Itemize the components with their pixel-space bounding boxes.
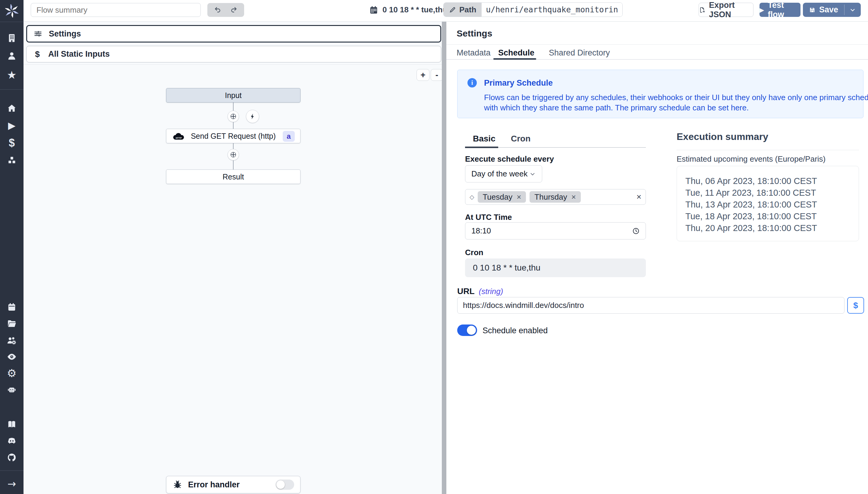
url-input[interactable]	[457, 297, 845, 314]
flow-step-node[interactable]: HTTP Send GET Request (http) a	[166, 129, 300, 143]
cron-expression-field: 0 10 18 * * tue,thu	[465, 259, 646, 277]
undo-redo-group	[208, 3, 244, 17]
all-static-inputs-box[interactable]: $ All Static Inputs	[26, 46, 441, 62]
flow-input-node[interactable]: Input	[166, 88, 300, 102]
save-floppy-icon	[809, 7, 815, 13]
zoom-in-button[interactable]: +	[416, 69, 430, 81]
url-label: URL	[457, 286, 475, 296]
test-flow-button[interactable]: ▶ Test flow	[760, 3, 801, 17]
add-step-button[interactable]	[228, 149, 239, 160]
worker-robot-icon[interactable]	[0, 383, 23, 396]
folders-icon[interactable]	[0, 317, 23, 330]
dollar-icon: $	[33, 50, 42, 59]
calendar-icon	[369, 5, 378, 15]
windmill-logo[interactable]	[0, 3, 23, 19]
flow-editor-panel: Settings $ All Static Inputs + - Input H…	[23, 22, 442, 494]
panel-splitter[interactable]	[442, 22, 446, 494]
home-icon[interactable]	[0, 102, 23, 115]
favorites-star-icon[interactable]: ★	[0, 68, 23, 81]
collapse-arrow-icon[interactable]: →	[0, 477, 23, 490]
variable-picker-button[interactable]: $	[847, 297, 864, 314]
subtab-active-underline	[465, 147, 498, 148]
error-handler-node[interactable]: Error handler	[166, 476, 300, 493]
execution-summary-subtitle: Estimated upcoming events (Europe/Paris)	[677, 154, 826, 164]
frequency-select[interactable]: Day of the week	[465, 165, 542, 183]
bug-icon	[173, 480, 182, 489]
error-handler-toggle[interactable]	[275, 479, 294, 490]
trigger-bolt-button[interactable]	[246, 110, 259, 123]
http-cloud-icon: HTTP	[172, 132, 186, 140]
play-icon: ▶	[760, 6, 764, 14]
days-multiselect[interactable]: ◇ Tuesday × Thursday × ×	[465, 189, 646, 205]
schedules-calendar-icon[interactable]	[0, 300, 23, 314]
save-button[interactable]: Save	[803, 3, 844, 17]
pencil-icon	[449, 6, 456, 13]
tab-schedule[interactable]: Schedule	[498, 48, 534, 58]
discord-icon[interactable]	[0, 434, 23, 448]
url-field-header: URL (string)	[457, 286, 503, 296]
execution-summary-title: Execution summary	[677, 131, 768, 142]
flow-result-node[interactable]: Result	[166, 170, 300, 184]
info-icon: i	[468, 78, 477, 88]
save-dropdown-button[interactable]	[845, 3, 861, 17]
save-split-button: Save	[803, 3, 861, 17]
flow-settings-label: Settings	[49, 29, 81, 39]
info-title: Primary Schedule	[484, 78, 553, 88]
subtab-basic[interactable]: Basic	[473, 134, 495, 144]
zoom-out-label: -	[435, 70, 438, 80]
result-node-label: Result	[223, 172, 244, 181]
variables-dollar-icon[interactable]: $	[0, 136, 23, 150]
clear-all-icon[interactable]: ×	[636, 192, 642, 202]
test-flow-label: Test flow	[768, 1, 801, 19]
schedule-enabled-toggle[interactable]	[457, 324, 477, 336]
chip-remove-icon[interactable]: ×	[571, 192, 576, 202]
day-chip-thursday[interactable]: Thursday ×	[530, 191, 581, 203]
github-icon[interactable]	[0, 451, 23, 464]
step-node-label: Send GET Request (http)	[191, 132, 276, 140]
user-icon[interactable]	[0, 49, 23, 62]
step-id-badge: a	[283, 131, 295, 142]
path-label-segment[interactable]: Path	[443, 3, 481, 17]
audit-eye-icon[interactable]	[0, 350, 23, 363]
settings-gear-icon[interactable]: ⚙	[0, 366, 23, 380]
toggle-knob	[467, 326, 476, 335]
docs-book-icon[interactable]	[0, 418, 23, 431]
clock-icon[interactable]	[632, 227, 639, 235]
flow-summary-input[interactable]	[31, 3, 201, 17]
windmill-logo-icon	[5, 4, 18, 18]
sliders-icon	[34, 30, 42, 38]
groups-users-icon[interactable]	[0, 334, 23, 347]
cron-label: Cron	[465, 248, 484, 257]
sidebar-divider	[0, 89, 23, 90]
path-field-group: Path u/henri/earthquake_monitorin	[443, 2, 623, 17]
event-row: Thu, 13 Apr 2023, 18:10:00 CEST	[685, 199, 859, 210]
tab-metadata[interactable]: Metadata	[457, 48, 491, 58]
export-json-button[interactable]: Export JSON	[698, 3, 753, 17]
chip-remove-icon[interactable]: ×	[517, 192, 521, 202]
flow-settings-box[interactable]: Settings	[26, 25, 441, 42]
panel-divider	[23, 64, 442, 64]
redo-icon[interactable]	[230, 6, 238, 14]
path-label: Path	[459, 5, 476, 15]
schedule-enabled-label: Schedule enabled	[482, 326, 548, 335]
input-node-label: Input	[225, 91, 242, 100]
settings-panel: Settings Metadata Schedule Shared Direct…	[446, 22, 868, 494]
resources-cubes-icon[interactable]	[0, 154, 23, 167]
info-line-1: Flows can be triggered by any schedules,…	[484, 92, 868, 102]
runs-play-icon[interactable]: ▶	[0, 119, 23, 132]
zoom-in-label: +	[420, 70, 425, 80]
workspace-icon[interactable]	[0, 31, 23, 45]
undo-icon[interactable]	[213, 6, 222, 14]
tabs-top-divider	[446, 44, 868, 45]
subtab-cron[interactable]: Cron	[511, 134, 530, 144]
add-step-button[interactable]	[228, 111, 239, 122]
plus-icon	[230, 152, 236, 158]
path-value[interactable]: u/henri/earthquake_monitorin	[481, 3, 622, 17]
tab-shared-directory[interactable]: Shared Directory	[549, 48, 610, 58]
toggle-knob	[276, 480, 285, 489]
utc-time-input[interactable]: 18:10	[465, 222, 646, 240]
all-static-inputs-label: All Static Inputs	[48, 50, 110, 59]
zoom-out-button[interactable]: -	[431, 69, 443, 81]
day-chip-tuesday[interactable]: Tuesday ×	[478, 191, 526, 203]
schedule-subtabs: Basic Cron	[465, 130, 646, 148]
